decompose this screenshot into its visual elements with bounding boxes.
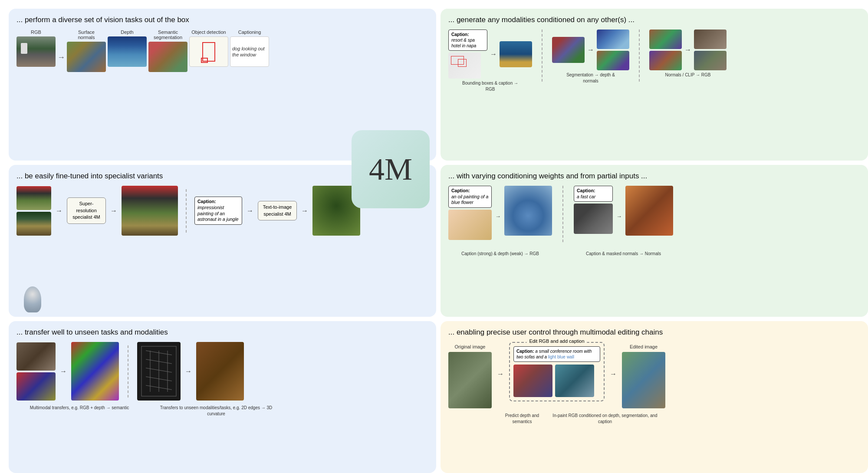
mountain2-image <box>16 212 51 236</box>
task-semantic: Semantic segmentation <box>148 30 187 72</box>
edit-seg-image <box>555 365 594 397</box>
original-label: Original image <box>455 344 486 350</box>
conditioning-panel: ... with varying conditioning weights an… <box>441 165 868 317</box>
caption-text: dog looking out the window <box>232 46 267 58</box>
rgb-room1-image <box>694 30 727 49</box>
normals2-image <box>649 30 682 49</box>
gen-section3-label: Normals / CLIP → RGB <box>665 72 711 78</box>
normals3-image <box>649 51 682 70</box>
divider1 <box>542 30 542 82</box>
cond-caption2-text: a fast car <box>577 194 595 199</box>
divider2 <box>639 30 640 82</box>
editing-original-col: Original image <box>448 342 492 408</box>
task-caption-image: dog looking out the window <box>230 36 269 67</box>
task-row: RGB → Surface normals Depth Semantic seg… <box>16 30 428 72</box>
interior2-image <box>16 342 56 371</box>
predict-label: Predict depth and semantics <box>500 413 544 425</box>
vision-tasks-title: ... perform a diverse set of vision task… <box>16 16 428 24</box>
conditioning-section2: Caption: a fast car → Caption & masked n… <box>574 186 673 257</box>
arrow-ft1: → <box>56 207 62 215</box>
edited-label: Edited image <box>630 344 658 350</box>
edges-svg <box>137 342 181 401</box>
pool-image <box>500 41 532 67</box>
edit-depth-image <box>513 365 552 397</box>
gen-section1-label: Bounding boxes & caption → RGB <box>460 80 521 92</box>
task-rgb-image <box>16 36 56 67</box>
3d-curvature-image <box>196 342 244 401</box>
edit-caption-blue: light blue wall <box>548 355 574 359</box>
edges-image <box>137 342 181 401</box>
flower-blue-image <box>504 186 552 236</box>
resort-caption-text: resort & spa hotel in napa <box>451 38 476 48</box>
editing-title: ... enabling precise user control throug… <box>448 328 860 337</box>
transfer-section2-label: Transfers to unseen modalities/tasks, e.… <box>160 405 273 417</box>
arrow-gen3: → <box>684 46 691 54</box>
edit-dashed-box: Edit RGB and add caption Caption: a smal… <box>509 342 605 401</box>
generate-title: ... generate any modalities conditioned … <box>448 16 860 24</box>
arrow-gen1: → <box>490 50 497 58</box>
edited-room-image <box>622 352 665 408</box>
normals-color-image <box>597 51 629 70</box>
arrow-edit1: → <box>497 370 504 378</box>
task-semantic-image <box>148 42 187 72</box>
sr-specialist-box: Super-resolution specialist 4M <box>67 197 106 223</box>
cond-section1-label: Caption (strong) & depth (weak) → RGB <box>461 251 539 257</box>
task-semantic-label: Semantic segmentation <box>151 30 185 40</box>
seg1-image <box>552 37 585 63</box>
rgb-room2-image <box>694 51 727 70</box>
edit-caption-label: Caption: <box>516 349 534 354</box>
edit-images-row <box>513 365 600 397</box>
generate-section2: → Segmentation → depth & normals <box>552 30 629 84</box>
finetune-caption-label: Caption: <box>197 199 216 204</box>
transfer-panel: ... transfer well to unseen tasks and mo… <box>9 321 436 473</box>
mountain-large-image <box>122 186 178 236</box>
arrow-cond1: → <box>495 213 501 220</box>
logo-4m-panel: 4M <box>352 130 430 208</box>
task-depth: Depth <box>108 30 147 67</box>
arrow-tr1: → <box>60 368 67 375</box>
detection-box <box>202 42 215 62</box>
generate-section1: Caption: resort & spa hotel in napa → Bo… <box>448 30 532 92</box>
mountain1-image <box>16 186 51 210</box>
transfer-inputs <box>16 342 56 401</box>
task-depth-label: Depth <box>121 30 133 35</box>
arrow-tr2: → <box>185 368 192 375</box>
cond-section2-label: Caption & masked normals → Normals <box>586 251 661 257</box>
car-normals-output-image <box>625 186 673 236</box>
arrow-cond2: → <box>616 213 622 220</box>
transfer-title: ... transfer well to unseen tasks and mo… <box>16 328 428 337</box>
resort-caption-box: Caption: resort & spa hotel in napa <box>448 30 487 51</box>
arrow-ft4: → <box>301 207 308 215</box>
task-captioning: Captioning dog looking out the window <box>230 30 269 67</box>
cond-caption2-label: Caption: <box>577 188 595 193</box>
finetune-input-images <box>16 186 51 236</box>
arrow-gen2: → <box>587 46 594 54</box>
cond-caption1-text: an oil painting of a blue flower <box>451 194 488 205</box>
flower-depth-weak-image <box>448 210 492 240</box>
cond-caption1-box: Caption: an oil painting of a blue flowe… <box>448 186 492 208</box>
editing-edited-col: Edited image <box>622 342 665 408</box>
task-depth-image <box>108 36 147 67</box>
arrow-ft3: → <box>247 207 253 215</box>
editing-panel: ... enabling precise user control throug… <box>441 321 868 473</box>
finetune-caption-text: impressionist painting of an astronaut i… <box>197 205 239 222</box>
task-detection-image <box>189 36 228 67</box>
edit-dashed-label: Edit RGB and add caption <box>526 338 587 344</box>
resort-bbox-image <box>448 53 481 79</box>
car-normals-masked-image <box>574 204 613 234</box>
conditioning-title: ... with varying conditioning weights an… <box>448 172 860 181</box>
task-normals-image <box>67 42 106 72</box>
task-detection-label: Object detection <box>191 30 226 35</box>
finetune-divider <box>186 189 187 233</box>
transfer-section1-label: Multimodal transfers, e.g. RGB + depth →… <box>16 405 142 417</box>
original-room-image <box>448 352 492 408</box>
task-captioning-label: Captioning <box>238 30 261 35</box>
semantic-multi-image <box>71 342 119 401</box>
edit-caption-box: Caption: a small conference room with tw… <box>513 346 600 362</box>
inpaint-label: In-paint RGB conditioned on depth, segme… <box>551 413 659 425</box>
depth-input-image <box>16 372 56 401</box>
transfer-divider <box>128 345 128 397</box>
transfer-labels-row: Multimodal transfers, e.g. RGB + depth →… <box>16 403 428 417</box>
depth-color-image <box>597 30 629 49</box>
task-normals-label: Surface normals <box>69 30 104 40</box>
